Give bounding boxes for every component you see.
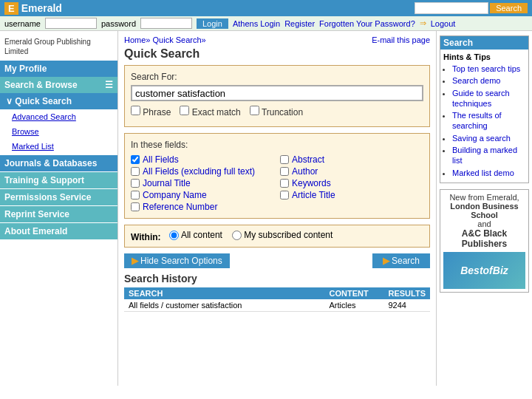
top-search-input[interactable] xyxy=(415,2,488,14)
abstract-checkbox[interactable] xyxy=(280,155,289,164)
hide-search-options-button[interactable]: ▶ Hide Search Options xyxy=(124,253,230,268)
promo-line3: and xyxy=(443,219,525,228)
exact-match-label: Exact match xyxy=(192,107,241,117)
fields-section-title: In these fields: xyxy=(131,140,423,150)
keywords-link[interactable]: Keywords xyxy=(292,178,331,188)
all-fields-no-fulltext-checkbox[interactable] xyxy=(131,167,140,176)
browse-label: Browse xyxy=(12,127,39,136)
all-content-radio[interactable] xyxy=(169,231,179,240)
home-link[interactable]: Home» xyxy=(124,35,150,44)
author-link[interactable]: Author xyxy=(292,166,318,177)
truncation-checkbox[interactable] xyxy=(250,106,259,115)
logo-icon: E xyxy=(4,2,18,15)
company-name-link[interactable]: Company Name xyxy=(143,190,207,200)
all-content-text: All content xyxy=(181,230,222,240)
search-form: Search For: Phrase Exact match Truncatio… xyxy=(124,65,430,127)
athens-login-link[interactable]: Athens Login xyxy=(233,19,280,28)
sidebar-item-quick-search[interactable]: ∨ Quick Search xyxy=(0,93,117,109)
truncation-checkbox-label[interactable]: Truncation xyxy=(250,106,303,117)
phrase-label: Phrase xyxy=(143,107,171,117)
sidebar-item-journals-databases[interactable]: Journals & Databases xyxy=(0,155,117,171)
page-title: Quick Search xyxy=(124,47,430,61)
email-link[interactable]: E-mail this page xyxy=(372,35,430,44)
username-input[interactable] xyxy=(45,18,97,29)
promo-line1: New from Emerald, xyxy=(443,193,525,202)
all-fields-no-fulltext-link[interactable]: All Fields (excluding full text) xyxy=(143,166,255,177)
email-page-link: E-mail this page xyxy=(372,35,430,44)
password-input[interactable] xyxy=(140,18,192,29)
author-checkbox[interactable] xyxy=(280,167,289,176)
sidebar-item-browse[interactable]: Browse xyxy=(0,124,117,139)
phrase-checkbox[interactable] xyxy=(131,106,140,115)
keywords-checkbox[interactable] xyxy=(280,179,289,188)
main-layout: Emerald Group Publishing Limited My Prof… xyxy=(0,31,532,386)
about-emerald-label: About Emerald xyxy=(4,226,67,236)
field-abstract: Abstract xyxy=(280,154,423,165)
all-content-label[interactable]: All content xyxy=(169,230,222,240)
content-area: Home» Quick Search» E-mail this page Qui… xyxy=(118,31,436,386)
within-label: Within: xyxy=(131,232,161,242)
journal-title-link[interactable]: Journal Title xyxy=(143,178,191,188)
all-fields-checkbox[interactable] xyxy=(131,155,140,164)
phrase-checkbox-label[interactable]: Phrase xyxy=(131,106,171,117)
sidebar-item-marked-list[interactable]: Marked List xyxy=(0,139,117,154)
logo-area: E Emerald xyxy=(4,2,62,15)
search-browse-icon: ☰ xyxy=(105,80,113,90)
reference-number-link[interactable]: Reference Number xyxy=(143,202,217,212)
sidebar-item-advanced-search[interactable]: Advanced Search xyxy=(0,109,117,124)
company-name-checkbox[interactable] xyxy=(131,191,140,200)
abstract-link[interactable]: Abstract xyxy=(292,154,324,165)
hint-link-6[interactable]: Building a marked list xyxy=(452,146,517,165)
promo-logo-text: BestofBiz xyxy=(460,265,508,276)
top-search-button[interactable]: Search xyxy=(490,3,528,13)
sidebar-item-my-profile[interactable]: My Profile xyxy=(0,61,117,77)
history-col-search: SEARCH xyxy=(124,287,324,299)
sidebar-item-reprint-service[interactable]: Reprint Service xyxy=(0,206,117,222)
hint-link-3[interactable]: Guide to search techniques xyxy=(452,89,510,108)
search-for-label: Search For: xyxy=(131,72,423,82)
hint-link-4[interactable]: The results of searching xyxy=(452,111,502,130)
search-input[interactable] xyxy=(131,85,423,101)
forgot-password-link[interactable]: Forgotten Your Password? xyxy=(319,19,415,28)
register-link[interactable]: Register xyxy=(284,19,315,28)
journal-title-checkbox[interactable] xyxy=(131,179,140,188)
sidebar-item-training-support[interactable]: Training & Support xyxy=(0,172,117,188)
exact-match-checkbox[interactable] xyxy=(180,106,189,115)
hints-title-text: Search xyxy=(443,38,473,48)
subscribed-content-radio[interactable] xyxy=(232,231,242,240)
exact-match-checkbox-label[interactable]: Exact match xyxy=(180,106,240,117)
hints-subtitle: Hints & Tips xyxy=(443,52,525,61)
hint-item-3: Guide to search techniques xyxy=(452,88,525,109)
training-support-label: Training & Support xyxy=(4,175,84,185)
search-button[interactable]: ▶ Search xyxy=(372,253,430,268)
sidebar-item-about-emerald[interactable]: About Emerald xyxy=(0,223,117,239)
hint-item-2: Search demo xyxy=(452,75,525,86)
reference-number-checkbox[interactable] xyxy=(131,202,140,211)
hint-link-7[interactable]: Marked list demo xyxy=(452,168,514,177)
promo-line2: London Business School xyxy=(443,202,525,219)
article-title-checkbox[interactable] xyxy=(280,191,289,200)
buttons-row: ▶ Hide Search Options ▶ Search xyxy=(124,253,430,268)
hint-item-4: The results of searching xyxy=(452,110,525,132)
logout-link[interactable]: Logout xyxy=(431,19,456,28)
field-all-fields-no-fulltext: All Fields (excluding full text) xyxy=(131,166,274,177)
hint-link-5[interactable]: Saving a search xyxy=(452,134,511,143)
field-author: Author xyxy=(280,166,423,177)
password-label: password xyxy=(101,19,136,28)
sidebar-item-search-browse[interactable]: Search & Browse ☰ xyxy=(0,77,117,93)
hint-link-2[interactable]: Search demo xyxy=(452,76,500,85)
quick-search-breadcrumb[interactable]: Quick Search» xyxy=(153,35,206,44)
history-title: Search History xyxy=(124,273,430,284)
all-fields-link[interactable]: All Fields xyxy=(143,154,179,165)
sidebar-item-permissions-service[interactable]: Permissions Service xyxy=(0,189,117,205)
subscribed-content-label[interactable]: My subscribed content xyxy=(232,230,332,240)
breadcrumb: Home» Quick Search» E-mail this page xyxy=(124,35,430,44)
login-button[interactable]: Login xyxy=(197,18,228,29)
hints-title: Search xyxy=(440,36,528,50)
hint-link-1[interactable]: Top ten search tips xyxy=(452,64,520,73)
fields-section: In these fields: All Fields Abstract All… xyxy=(124,133,430,219)
history-content-value: Articles xyxy=(324,299,383,312)
table-row: All fields / customer satisfaction Artic… xyxy=(124,299,430,312)
article-title-link[interactable]: Article Title xyxy=(292,190,335,200)
top-search-area: Search xyxy=(415,2,528,14)
